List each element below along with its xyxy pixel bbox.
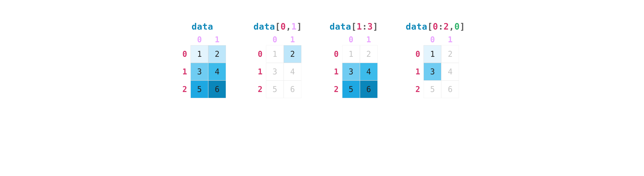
array-cell: 3	[424, 63, 441, 81]
panel-3: data[0:2,0]01012134256	[406, 21, 465, 98]
array-grid: 01012134256	[254, 35, 301, 98]
row-header: 0	[330, 45, 342, 63]
row-header: 0	[412, 45, 424, 63]
row-header: 2	[412, 81, 424, 98]
panel-0: data01012134256	[179, 21, 226, 98]
array-cell: 6	[208, 81, 226, 98]
row-header: 1	[254, 63, 266, 81]
row-header: 2	[330, 81, 342, 98]
title-segment: [	[427, 21, 433, 31]
title-segment: ,	[286, 21, 291, 31]
title-segment: 0	[280, 21, 286, 31]
panel-title: data[1:3]	[330, 21, 378, 31]
col-header: 1	[360, 35, 378, 45]
array-cell: 5	[342, 81, 360, 98]
row-header: 2	[179, 81, 190, 98]
array-cell: 6	[284, 81, 301, 98]
col-header: 1	[441, 35, 459, 45]
col-header: 1	[208, 35, 226, 45]
array-cell: 1	[424, 45, 441, 63]
panel-title: data[0:2,0]	[406, 21, 465, 31]
diagram-container: data01012134256data[0,1]01012134256data[…	[179, 0, 465, 98]
title-segment: ]	[460, 21, 465, 31]
col-header: 0	[266, 35, 284, 45]
array-cell: 5	[190, 81, 208, 98]
title-segment: 1	[356, 21, 362, 31]
row-header: 1	[412, 63, 424, 81]
array-cell: 6	[360, 81, 378, 98]
title-segment: ]	[373, 21, 378, 31]
grid-corner	[254, 35, 266, 45]
panel-title: data	[192, 21, 213, 31]
title-segment: :	[362, 21, 368, 31]
panel-title: data[0,1]	[254, 21, 302, 31]
col-header: 0	[190, 35, 208, 45]
title-segment: ]	[297, 21, 302, 31]
title-segment: [	[351, 21, 357, 31]
grid-corner	[179, 35, 190, 45]
title-segment: data	[192, 21, 213, 31]
title-segment: 1	[291, 21, 297, 31]
array-cell: 4	[441, 63, 459, 81]
title-segment: [	[275, 21, 280, 31]
title-segment: 0	[454, 21, 460, 31]
array-cell: 2	[441, 45, 459, 63]
col-header: 1	[284, 35, 301, 45]
array-cell: 3	[266, 63, 284, 81]
row-header: 0	[254, 45, 266, 63]
array-grid: 01012134256	[412, 35, 459, 98]
array-cell: 3	[190, 63, 208, 81]
panel-2: data[1:3]01012134256	[330, 21, 378, 98]
col-header: 0	[342, 35, 360, 45]
array-cell: 1	[266, 45, 284, 63]
row-header: 0	[179, 45, 190, 63]
array-cell: 6	[441, 81, 459, 98]
array-cell: 2	[208, 45, 226, 63]
title-segment: 2	[444, 21, 449, 31]
array-cell: 3	[342, 63, 360, 81]
title-segment: 0	[433, 21, 438, 31]
row-header: 1	[330, 63, 342, 81]
title-segment: data	[330, 21, 351, 31]
array-cell: 4	[284, 63, 301, 81]
row-header: 2	[254, 81, 266, 98]
array-cell: 5	[266, 81, 284, 98]
title-segment: data	[254, 21, 275, 31]
array-cell: 4	[360, 63, 378, 81]
array-grid: 01012134256	[179, 35, 226, 98]
array-cell: 5	[424, 81, 441, 98]
array-cell: 2	[284, 45, 301, 63]
panel-1: data[0,1]01012134256	[254, 21, 302, 98]
title-segment: data	[406, 21, 427, 31]
array-grid: 01012134256	[330, 35, 378, 98]
title-segment: ,	[449, 21, 454, 31]
title-segment: 3	[368, 21, 373, 31]
title-segment: :	[438, 21, 444, 31]
array-cell: 1	[342, 45, 360, 63]
row-header: 1	[179, 63, 190, 81]
grid-corner	[330, 35, 342, 45]
array-cell: 4	[208, 63, 226, 81]
col-header: 0	[424, 35, 441, 45]
grid-corner	[412, 35, 424, 45]
array-cell: 2	[360, 45, 378, 63]
array-cell: 1	[190, 45, 208, 63]
